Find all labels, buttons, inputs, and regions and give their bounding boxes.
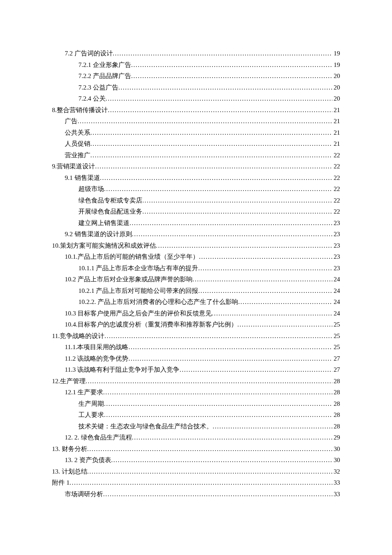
toc-page-number: 22: [332, 195, 340, 206]
toc-page-number: 23: [332, 240, 340, 251]
toc-entry: 7.2.3 公益广告20: [52, 82, 340, 93]
toc-entry: 生产周期28: [52, 398, 340, 410]
toc-page-number: 23: [332, 251, 340, 263]
toc-leader-dots: [198, 263, 332, 274]
toc-label: 8.整合营销传播设计: [52, 104, 108, 116]
toc-leader-dots: [131, 59, 332, 71]
toc-label: 10.2.1 产品上市后对可能给公司带来的回报: [78, 285, 198, 297]
toc-label: 技术关键：生态农业与绿色食品生产结合技术。: [78, 421, 213, 432]
document-page: 7.2 广告词的设计197.2.1 企业形象广告197.2.2 产品品牌广告20…: [0, 0, 392, 525]
toc-entry: 10.策划方案可能实施情况和成效评估23: [52, 240, 340, 251]
toc-entry: 10.1.1 产品上市后本企业市场占有率的提升23: [52, 263, 340, 274]
toc-label: 12. 2. 绿色食品生产流程: [65, 432, 132, 443]
toc-leader-dots: [111, 454, 332, 466]
toc-leader-dots: [179, 364, 332, 376]
toc-page-number: 23: [332, 263, 340, 274]
toc-page-number: 21: [332, 104, 340, 116]
toc-entry: 7.2.2 产品品牌广告20: [52, 70, 340, 82]
toc-leader-dots: [142, 206, 332, 217]
toc-page-number: 21: [332, 138, 340, 150]
toc-leader-dots: [199, 251, 332, 263]
toc-page-number: 22: [332, 161, 340, 172]
toc-label: 10.2.2. 产品上市后对消费者的心理和心态产生了什么影响: [78, 296, 238, 308]
toc-label: 公共关系: [65, 127, 90, 139]
toc-entry: 10.3 目标客户使用产品之后会产生的评价和反馈意见24: [52, 308, 340, 319]
toc-page-number: 27: [332, 353, 340, 364]
toc-entry: 9.营销渠道设计22: [52, 161, 340, 172]
toc-entry: 7.2 广告词的设计19: [52, 48, 340, 59]
toc-label: 开展绿色食品配送业务: [78, 206, 142, 217]
toc-entry: 广告21: [52, 116, 340, 127]
toc-page-number: 21: [332, 116, 340, 127]
toc-page-number: 20: [332, 70, 340, 82]
toc-label: 13. 计划总结: [52, 466, 87, 477]
toc-page-number: 25: [332, 319, 340, 330]
toc-entry: 10.4.目标客户的忠诚度分析（重复消费率和推荐新客户比例）25: [52, 319, 340, 330]
toc-entry: 8.整合营销传播设计21: [52, 104, 340, 116]
toc-page-number: 29: [332, 432, 340, 443]
toc-page-number: 28: [332, 421, 340, 432]
toc-label: 9.1 销售渠道: [65, 172, 100, 184]
toc-leader-dots: [104, 183, 332, 195]
toc-leader-dots: [95, 161, 332, 172]
toc-leader-dots: [69, 477, 332, 489]
toc-entry: 11.竞争战略的设计25: [52, 330, 340, 342]
toc-label: 11.1.本项目采用的战略: [65, 341, 128, 353]
toc-label: 10.1.1 产品上市后本企业市场占有率的提升: [78, 263, 198, 274]
toc-entry: 11.2 该战略的竞争优势27: [52, 353, 340, 364]
toc-page-number: 27: [332, 364, 340, 376]
toc-entry: 技术关键：生态农业与绿色食品生产结合技术。28: [52, 421, 340, 432]
toc-leader-dots: [128, 341, 332, 353]
toc-leader-dots: [213, 421, 332, 432]
toc-page-number: 20: [332, 93, 340, 104]
toc-leader-dots: [238, 296, 332, 308]
toc-entry: 工人要求28: [52, 409, 340, 421]
toc-entry: 超级市场22: [52, 183, 340, 195]
toc-page-number: 24: [332, 296, 340, 308]
toc-label: 10.1.产品上市后的可能的销售业绩（至少半年）: [65, 251, 199, 263]
toc-leader-dots: [198, 285, 332, 297]
toc-label: 超级市场: [78, 183, 104, 195]
toc-leader-dots: [104, 398, 332, 410]
toc-leader-dots: [132, 228, 333, 240]
toc-page-number: 28: [332, 387, 340, 398]
toc-page-number: 30: [332, 454, 340, 466]
toc-label: 9.营销渠道设计: [52, 161, 95, 172]
toc-entry: 9.2 销售渠道的设计原则23: [52, 228, 340, 240]
toc-page-number: 23: [332, 228, 340, 240]
toc-page-number: 22: [332, 172, 340, 184]
toc-leader-dots: [128, 353, 332, 364]
toc-label: 7.2.1 企业形象广告: [78, 59, 131, 71]
toc-page-number: 19: [332, 48, 340, 59]
toc-leader-dots: [156, 240, 332, 251]
toc-leader-dots: [100, 172, 333, 184]
toc-entry: 附件 133: [52, 477, 340, 489]
toc-entry: 10.2.1 产品上市后对可能给公司带来的回报24: [52, 285, 340, 297]
toc-entry: 公共关系21: [52, 127, 340, 139]
toc-label: 10.4.目标客户的忠诚度分析（重复消费率和推荐新客户比例）: [65, 319, 237, 330]
toc-entry: 12.1 生产要求28: [52, 387, 340, 398]
toc-entry: 13. 2 资产负债表30: [52, 454, 340, 466]
toc-label: 10.策划方案可能实施情况和成效评估: [52, 240, 156, 251]
toc-leader-dots: [193, 274, 332, 285]
toc-page-number: 22: [332, 206, 340, 217]
toc-page-number: 20: [332, 82, 340, 93]
toc-label: 建立网上销售渠道: [78, 217, 130, 229]
toc-label: 11.2 该战略的竞争优势: [65, 353, 128, 364]
toc-label: 7.2.4 公关: [78, 93, 106, 104]
toc-page-number: 28: [332, 398, 340, 410]
toc-leader-dots: [86, 376, 332, 387]
toc-entry: 12. 2. 绿色食品生产流程29: [52, 432, 340, 443]
toc-entry: 营业推广22: [52, 150, 340, 161]
toc-leader-dots: [142, 195, 332, 206]
toc-leader-dots: [90, 138, 332, 150]
toc-page-number: 28: [332, 409, 340, 421]
toc-page-number: 19: [332, 59, 340, 71]
toc-entry: 建立网上销售渠道23: [52, 217, 340, 229]
toc-leader-dots: [131, 70, 332, 82]
toc-page-number: 24: [332, 285, 340, 297]
toc-label: 9.2 销售渠道的设计原则: [65, 228, 132, 240]
toc-label: 11.竞争战略的设计: [52, 330, 104, 342]
toc-entry: 13. 计划总结32: [52, 466, 340, 477]
toc-entry: 7.2.4 公关20: [52, 93, 340, 104]
